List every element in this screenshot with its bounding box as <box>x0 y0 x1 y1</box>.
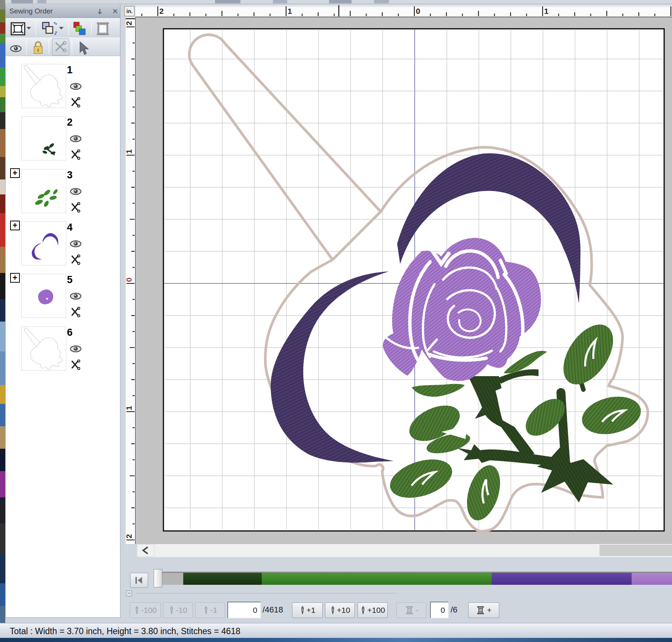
svg-text:2: 2 <box>125 534 133 538</box>
svg-text:1: 1 <box>544 7 549 15</box>
svg-text:0: 0 <box>416 7 420 15</box>
svg-text:1: 1 <box>288 7 292 15</box>
svg-text:2: 2 <box>125 21 133 25</box>
svg-text:0: 0 <box>125 277 133 282</box>
svg-text:in.: in. <box>126 8 132 14</box>
svg-text:1: 1 <box>125 149 133 154</box>
svg-text:1: 1 <box>125 406 133 410</box>
svg-text:2: 2 <box>159 7 164 15</box>
